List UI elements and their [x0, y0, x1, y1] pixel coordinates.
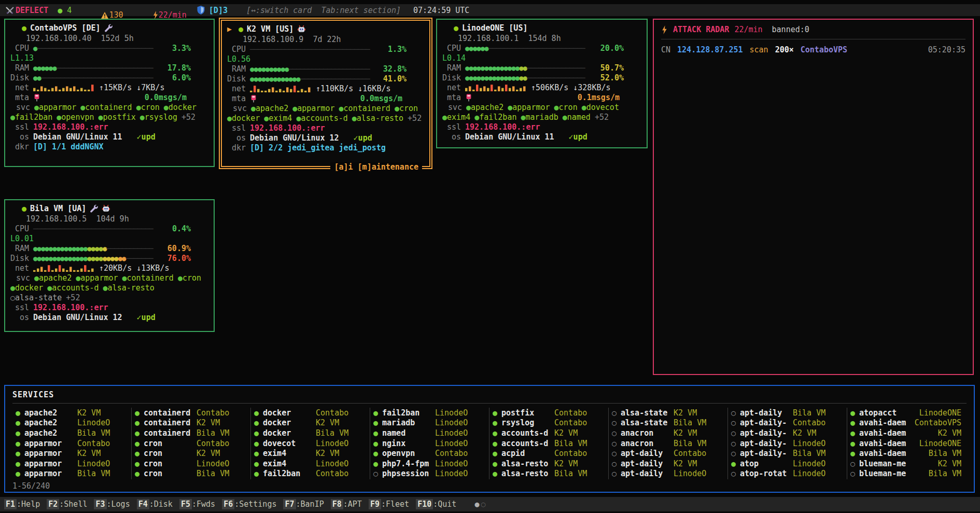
- ram-row-label: RAM: [226, 64, 246, 74]
- service-row[interactable]: ●fail2banLinodeO: [373, 408, 484, 418]
- service-row[interactable]: ●openvpnContabo: [373, 448, 484, 459]
- fn-key-f4[interactable]: F4:Disk: [137, 499, 173, 509]
- service-row[interactable]: ●exim4LinodeO: [254, 459, 365, 469]
- service-row[interactable]: ○apt-dailyK2 VM: [612, 459, 722, 469]
- disk-row-label: Disk: [9, 73, 29, 82]
- fn-key-f10[interactable]: F10:Quit: [416, 499, 456, 509]
- service-row[interactable]: ●rsyslogContabo: [493, 418, 603, 428]
- service-row[interactable]: ○blueman-meBila VM: [850, 469, 961, 479]
- service-state-dot: ●: [254, 469, 259, 478]
- crossed-swords-icon: [5, 6, 15, 15]
- service-row[interactable]: ○phpsessionLinodeO: [373, 469, 484, 479]
- service-row[interactable]: ○apt-dailyLinodeO: [612, 469, 722, 479]
- disk-row: Disk●●●●●●●●●●●●●●●●●●●●●●●●───────76.0%: [9, 253, 209, 263]
- svc-item: ●apache2: [466, 103, 503, 112]
- service-row[interactable]: ●cronLinodeO: [135, 459, 245, 469]
- service-state-dot: ●: [493, 459, 497, 468]
- server-card[interactable]: ▶●K2 VM [US]192.168.100.9 7d 22hCPU─────…: [221, 20, 430, 167]
- service-row[interactable]: ●apache2LinodeO: [16, 418, 126, 428]
- service-row[interactable]: ●accounts-dBila VM: [493, 438, 603, 449]
- service-name: cron: [144, 439, 197, 448]
- service-row[interactable]: ●alsa-restoK2 VM: [493, 459, 603, 469]
- service-row[interactable]: ○alsa-stateBila VM: [612, 418, 722, 428]
- service-name: alsa-resto: [501, 469, 554, 478]
- cpu-row-value: 20.0%: [585, 44, 642, 53]
- fn-key-f9[interactable]: F9:Fleet: [369, 499, 409, 509]
- service-row[interactable]: ○anacronBila VM: [612, 438, 722, 449]
- svc-state-dot: ●: [563, 113, 567, 122]
- service-row[interactable]: ●apparmorK2 VM: [16, 448, 126, 459]
- svc-more-count: +52: [408, 114, 422, 123]
- page-dots[interactable]: ●○: [474, 500, 487, 509]
- service-row[interactable]: ●apparmorLinodeO: [16, 459, 126, 469]
- service-row[interactable]: ○anacronK2 VM: [612, 428, 722, 438]
- service-row[interactable]: ○apt-daily-K2 VM: [731, 428, 842, 438]
- service-row[interactable]: ●php7.4-fpmLinodeO: [373, 459, 484, 469]
- service-row[interactable]: ●avahi-daemLinodeONE: [850, 438, 961, 449]
- service-row[interactable]: ●mariadbLinodeO: [373, 418, 484, 428]
- fn-key-f2[interactable]: F2:Shell: [47, 499, 87, 509]
- fn-key-cap: F6: [222, 499, 234, 509]
- service-row[interactable]: ○apt-daily-Bila VM: [731, 448, 842, 459]
- updates-badge: ✓upd: [137, 132, 156, 142]
- service-row[interactable]: ●dockerContabo: [254, 408, 365, 418]
- service-row[interactable]: ●fail2banContabo: [254, 469, 365, 479]
- service-row[interactable]: ○blueman-meK2 VM: [850, 459, 961, 469]
- service-row[interactable]: ●avahi-daemContaboVPS: [850, 418, 961, 428]
- fn-key-f5[interactable]: F5:Fwds: [179, 499, 215, 509]
- maintenance-label[interactable]: [a]i [m]aintenance: [330, 162, 422, 172]
- service-row[interactable]: ●exim4K2 VM: [254, 448, 365, 459]
- service-row[interactable]: ●cronK2 VM: [135, 448, 245, 459]
- service-row[interactable]: ●apache2K2 VM: [16, 408, 126, 418]
- server-card[interactable]: ●Bila VM [UA]192.168.100.5 104d 9hCPU───…: [4, 199, 215, 332]
- service-name: avahi-daem: [859, 428, 912, 438]
- card-header: ▶●K2 VM [US]: [226, 23, 425, 34]
- svc-item: ●named: [563, 113, 591, 122]
- service-row[interactable]: ●containerdContabo: [135, 408, 245, 418]
- service-row[interactable]: ●avahi-daemBila VM: [850, 448, 961, 459]
- service-row[interactable]: ●namedLinodeO: [373, 428, 484, 438]
- service-row[interactable]: ●dockerK2 VM: [254, 418, 365, 428]
- service-row[interactable]: ○atop-rotatLinodeO: [731, 469, 842, 479]
- service-row[interactable]: ●dockerBila VM: [254, 428, 365, 438]
- fn-key-f3[interactable]: F3:Logs: [94, 499, 130, 509]
- service-row[interactable]: ○alsa-stateK2 VM: [612, 408, 722, 418]
- service-row[interactable]: ○apt-daily-LinodeO: [731, 438, 842, 449]
- service-row[interactable]: ○apt-daily-Contabo: [731, 418, 842, 428]
- service-row[interactable]: ●apparmorBila VM: [16, 469, 126, 479]
- svc-name: mariadb: [526, 113, 558, 122]
- svc-name: containerd: [127, 273, 174, 283]
- fn-key-f6[interactable]: F6:Settings: [222, 499, 276, 509]
- fn-key-f7[interactable]: F7:BanIP: [283, 499, 324, 509]
- service-row[interactable]: ●nginxLinodeO: [373, 438, 484, 449]
- service-row[interactable]: ●cronBila VM: [135, 469, 245, 479]
- service-row[interactable]: ○apt-dailyContabo: [612, 448, 722, 459]
- service-row[interactable]: ●atopacctLinodeONE: [850, 408, 961, 418]
- service-row[interactable]: ●containerdK2 VM: [135, 418, 245, 428]
- card-title: LinodeONE [US]: [462, 23, 527, 33]
- server-card[interactable]: ●LinodeONE [US]192.168.100.1 154d 8hCPU●…: [436, 19, 648, 148]
- service-host: K2 VM: [316, 449, 365, 458]
- lightning-icon: [152, 11, 159, 19]
- server-card[interactable]: ●ContaboVPS [DE]192.168.100.40 152d 5hCP…: [4, 19, 215, 167]
- service-row[interactable]: ●alsa-restoBila VM: [493, 469, 603, 479]
- service-row[interactable]: ●dovecotLinodeO: [254, 438, 365, 449]
- fn-key-f1[interactable]: F1:Help: [4, 499, 40, 509]
- service-row[interactable]: ●avahi-daemK2 VM: [850, 428, 961, 438]
- service-row[interactable]: ●postfixContabo: [493, 408, 603, 418]
- service-state-dot: ○: [850, 459, 855, 468]
- attack-event-row[interactable]: CN124.128.87.251scan200×ContaboVPS05:20:…: [661, 45, 965, 55]
- service-row[interactable]: ●cronContabo: [135, 438, 245, 449]
- service-row[interactable]: ○apt-dailyBila VM: [731, 408, 842, 418]
- service-row[interactable]: ●containerdBila VM: [135, 428, 245, 438]
- service-row[interactable]: ●apparmorContabo: [16, 438, 126, 449]
- service-name: apt-daily-: [740, 418, 793, 427]
- lightning-icon: [661, 25, 668, 34]
- fn-key-f8[interactable]: F8:APT: [331, 499, 362, 509]
- service-row[interactable]: ●apache2Bila VM: [16, 428, 126, 438]
- service-row[interactable]: ●acpidContabo: [493, 448, 603, 459]
- service-row[interactable]: ●atopLinodeO: [731, 459, 842, 469]
- card-header: ●Bila VM [UA]: [9, 203, 209, 214]
- svc-name: apparmor: [39, 103, 76, 112]
- service-row[interactable]: ●accounts-dK2 VM: [493, 428, 603, 438]
